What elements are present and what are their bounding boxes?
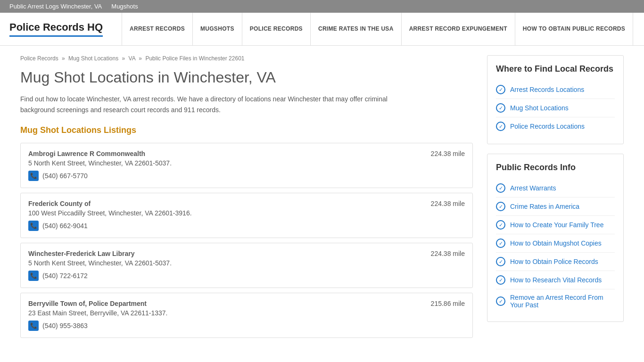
check-icon: ✓: [496, 220, 505, 230]
topbar-link-arrest-logs[interactable]: Public Arrest Logs Winchester, VA: [9, 3, 102, 10]
sidebar-link-arrest-warrants[interactable]: ✓ Arrest Warrants: [496, 179, 615, 197]
listing-phone: 📞 (540) 662-9041: [28, 221, 465, 231]
page-title: Mug Shot Locations in Winchester, VA: [20, 68, 473, 86]
listing-header: Winchester-Frederick Law Library 224.38 …: [28, 250, 465, 259]
breadcrumb-mug-shot-locations[interactable]: Mug Shot Locations: [68, 55, 118, 62]
listing-phone: 📞 (540) 955-3863: [28, 321, 465, 331]
listing-address: 100 West Piccadilly Street, Winchester, …: [28, 209, 465, 217]
check-icon: ✓: [496, 122, 505, 131]
sidebar-link-crime-rates[interactable]: ✓ Crime Rates in America: [496, 197, 615, 216]
logo-area[interactable]: Police Records HQ: [9, 13, 117, 45]
section-heading: Mug Shot Locations Listings: [20, 125, 473, 135]
listing-address: 5 North Kent Street, Winchester, VA 2260…: [28, 259, 465, 267]
phone-icon: 📞: [28, 171, 39, 181]
phone-number[interactable]: (540) 722-6172: [42, 272, 88, 280]
breadcrumb-police-records[interactable]: Police Records: [20, 55, 58, 62]
listing-card: Berryville Town of, Police Department 21…: [20, 293, 473, 338]
check-icon: ✓: [496, 239, 505, 248]
listing-name: Berryville Town of, Police Department: [28, 300, 147, 307]
sidebar-link-family-tree[interactable]: ✓ How to Create Your Family Tree: [496, 216, 615, 234]
nav-crime-rates[interactable]: CRIME RATES IN THE USA: [311, 13, 402, 45]
sidebar-where-title: Where to Find Local Records: [496, 64, 615, 74]
listing-header: Ambrogi Lawrence R Commonwealth 224.38 m…: [28, 150, 465, 159]
check-icon: ✓: [496, 183, 505, 193]
breadcrumb: Police Records » Mug Shot Locations » VA…: [20, 55, 473, 62]
phone-number[interactable]: (540) 667-5770: [42, 172, 88, 180]
phone-number[interactable]: (540) 662-9041: [42, 222, 88, 230]
listing-distance: 224.38 mile: [431, 200, 465, 207]
content-area: Police Records » Mug Shot Locations » VA…: [20, 55, 473, 343]
nav-obtain-records[interactable]: HOW TO OBTAIN PUBLIC RECORDS: [515, 13, 633, 45]
nav-expungement[interactable]: ARREST RECORD EXPUNGEMENT: [402, 13, 515, 45]
top-bar: Public Arrest Logs Winchester, VA Mugsho…: [0, 0, 644, 13]
breadcrumb-va[interactable]: VA: [129, 55, 135, 62]
sidebar-link-vital-records[interactable]: ✓ How to Research Vital Records: [496, 271, 615, 289]
listing-distance: 215.86 mile: [431, 300, 465, 307]
listing-card: Ambrogi Lawrence R Commonwealth 224.38 m…: [20, 143, 473, 188]
listing-card: Frederick County of 224.38 mile 100 West…: [20, 193, 473, 238]
breadcrumb-winchester[interactable]: Public Police Files in Winchester 22601: [145, 55, 244, 62]
topbar-link-mugshots[interactable]: Mugshots: [111, 3, 138, 10]
phone-icon: 📞: [28, 271, 39, 281]
phone-icon: 📞: [28, 221, 39, 231]
sidebar-where-to-find: Where to Find Local Records ✓ Arrest Rec…: [487, 55, 624, 144]
check-icon: ✓: [496, 275, 505, 285]
listing-card: Winchester-Frederick Law Library 224.38 …: [20, 243, 473, 288]
logo[interactable]: Police Records HQ: [9, 21, 103, 37]
sidebar-info-title: Public Records Info: [496, 163, 615, 173]
check-icon: ✓: [496, 202, 505, 211]
listing-name: Frederick County of: [28, 200, 91, 207]
check-icon: ✓: [496, 85, 505, 94]
sidebar-link-police-records-locations[interactable]: ✓ Police Records Locations: [496, 117, 615, 135]
phone-number[interactable]: (540) 955-3863: [42, 322, 88, 329]
nav-police-records[interactable]: POLICE RECORDS: [242, 13, 311, 45]
nav-arrest-records[interactable]: ARREST RECORDS: [122, 13, 193, 45]
listing-header: Berryville Town of, Police Department 21…: [28, 300, 465, 309]
page-description: Find out how to locate Winchester, VA ar…: [20, 94, 397, 115]
listing-distance: 224.38 mile: [431, 150, 465, 157]
listings-container: Ambrogi Lawrence R Commonwealth 224.38 m…: [20, 143, 473, 338]
main-container: Police Records » Mug Shot Locations » VA…: [11, 46, 633, 362]
sidebar-public-records-info: Public Records Info ✓ Arrest Warrants ✓ …: [487, 154, 624, 322]
listing-name: Winchester-Frederick Law Library: [28, 250, 135, 257]
main-nav: ARREST RECORDS MUGSHOTS POLICE RECORDS C…: [122, 13, 635, 45]
listing-name: Ambrogi Lawrence R Commonwealth: [28, 150, 145, 157]
sidebar-link-remove-arrest-record[interactable]: ✓ Remove an Arrest Record From Your Past: [496, 289, 615, 313]
sidebar-link-police-records[interactable]: ✓ How to Obtain Police Records: [496, 253, 615, 271]
check-icon: ✓: [496, 103, 505, 113]
header: Police Records HQ ARREST RECORDS MUGSHOT…: [0, 13, 644, 46]
phone-icon: 📞: [28, 321, 39, 331]
sidebar-link-arrest-records-locations[interactable]: ✓ Arrest Records Locations: [496, 81, 615, 99]
listing-header: Frederick County of 224.38 mile: [28, 200, 465, 209]
listing-address: 23 East Main Street, Berryville, VA 2261…: [28, 309, 465, 317]
listing-phone: 📞 (540) 722-6172: [28, 271, 465, 281]
sidebar-link-mugshot-copies[interactable]: ✓ How to Obtain Mugshot Copies: [496, 234, 615, 253]
listing-distance: 224.38 mile: [431, 250, 465, 257]
check-icon: ✓: [496, 296, 505, 306]
listing-address: 5 North Kent Street, Winchester, VA 2260…: [28, 159, 465, 167]
check-icon: ✓: [496, 257, 505, 266]
sidebar-link-mug-shot-locations[interactable]: ✓ Mug Shot Locations: [496, 99, 615, 117]
sidebar: Where to Find Local Records ✓ Arrest Rec…: [487, 55, 624, 343]
nav-mugshots[interactable]: MUGSHOTS: [193, 13, 242, 45]
listing-phone: 📞 (540) 667-5770: [28, 171, 465, 181]
